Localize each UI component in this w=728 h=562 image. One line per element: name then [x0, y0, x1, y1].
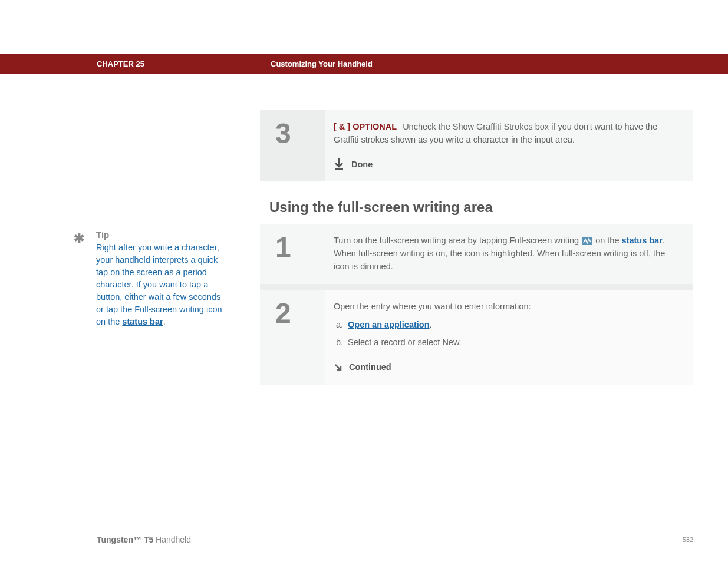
step-group: 1 Turn on the full-screen writing area b…: [260, 224, 693, 384]
step-2-card: 2 Open the entry where you want to enter…: [260, 290, 693, 385]
step-1-body: Turn on the full-screen writing area by …: [325, 224, 693, 283]
step-1-card: 1 Turn on the full-screen writing area b…: [260, 224, 693, 283]
tip-text-before: Right after you write a character, your …: [96, 243, 222, 326]
chapter-number: CHAPTER 25: [97, 59, 144, 68]
product-name-bold: Tungsten™ T5: [97, 535, 153, 544]
step-1-number: 1: [260, 224, 325, 283]
tip-sidebar: ✱ Tip Right after you write a character,…: [74, 230, 239, 328]
status-bar-link[interactable]: status bar: [122, 317, 163, 326]
step-3-card: 3 [ & ] OPTIONALUncheck the Show Graffit…: [260, 110, 693, 181]
product-name: Tungsten™ T5 Handheld: [97, 535, 191, 544]
optional-label: [ & ] OPTIONAL: [334, 122, 397, 131]
sublist-item-b: Select a record or select New.: [345, 336, 681, 349]
step-3-number: 3: [260, 110, 325, 181]
step-2-number: 2: [260, 290, 325, 385]
done-indicator: Done: [334, 158, 681, 171]
main-content: 3 [ & ] OPTIONALUncheck the Show Graffit…: [260, 110, 693, 385]
chapter-title: Customizing Your Handheld: [271, 59, 373, 68]
product-name-rest: Handheld: [153, 535, 191, 544]
open-application-link[interactable]: Open an application: [348, 320, 430, 329]
page-number: 532: [683, 536, 693, 543]
done-label: Done: [351, 158, 373, 171]
page-footer: Tungsten™ T5 Handheld 532: [97, 530, 693, 544]
step-2-sublist: Open an application. Select a record or …: [345, 319, 681, 349]
continued-indicator: Continued: [334, 361, 681, 374]
asterisk-icon: ✱: [74, 231, 84, 246]
continued-label: Continued: [349, 361, 391, 374]
done-arrow-icon: [334, 158, 344, 170]
sublist-item-a-after: .: [430, 320, 432, 329]
tip-text-after: .: [163, 317, 166, 326]
step-1-text-before: Turn on the full-screen writing area by …: [334, 236, 581, 245]
section-heading: Using the full-screen writing area: [269, 199, 693, 216]
tip-text: Right after you write a character, your …: [96, 242, 227, 328]
status-bar-link-2[interactable]: status bar: [622, 236, 663, 245]
step-2-intro: Open the entry where you want to enter i…: [334, 302, 531, 311]
fullscreen-writing-icon: [582, 237, 592, 245]
step-divider: [260, 284, 693, 290]
step-2-body: Open the entry where you want to enter i…: [325, 290, 693, 385]
step-1-text-mid: on the: [593, 236, 621, 245]
sublist-item-a: Open an application.: [345, 319, 681, 332]
continued-arrow-icon: [334, 363, 343, 372]
chapter-header: CHAPTER 25 Customizing Your Handheld: [0, 54, 728, 74]
step-3-body: [ & ] OPTIONALUncheck the Show Graffiti …: [325, 110, 693, 181]
svg-line-2: [335, 365, 341, 370]
tip-heading: Tip: [96, 230, 239, 240]
